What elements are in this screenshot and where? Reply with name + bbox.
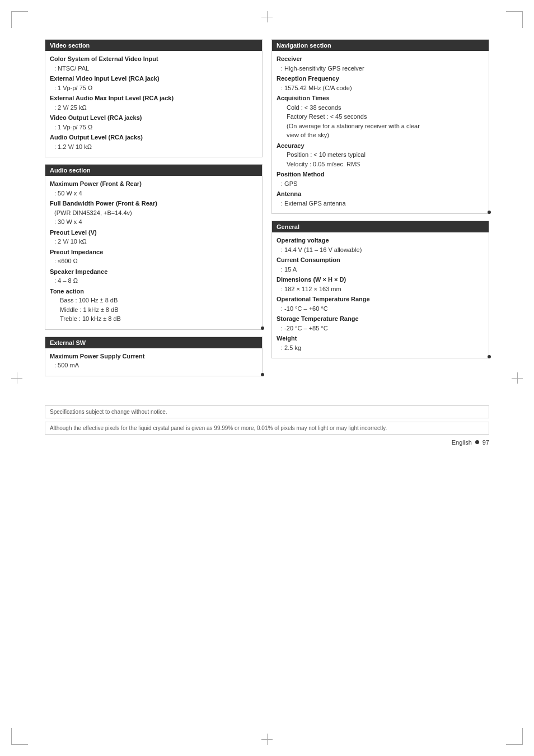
corner-mark-bl (11, 728, 28, 745)
spec-audio-output-level: Audio Output Level (RCA jacks) : 1.2 V/ … (50, 133, 257, 151)
spec-audio-max-input: External Audio Max Input Level (RCA jack… (50, 94, 257, 112)
spec-max-power-supply: Maximum Power Supply Current : 500 mA (50, 352, 257, 370)
spec-audio-output-level-value: : 1.2 V/ 10 kΩ (50, 142, 257, 152)
navigation-section-header: Navigation section (272, 40, 489, 51)
spec-operating-voltage: Operating voltage : 14.4 V (11 – 16 V al… (277, 236, 484, 254)
spec-accuracy-title: Accuracy (277, 141, 484, 151)
spec-dimensions-value: : 182 × 112 × 163 mm (277, 284, 484, 294)
spec-video-output-level: Video Output Level (RCA jacks) : 1 Vp-p/… (50, 113, 257, 132)
spec-receiver-title: Receiver (277, 54, 484, 64)
spec-acquisition-note2: view of the sky) (277, 130, 484, 140)
spec-current-consumption: Current Consumption : 15 A (277, 255, 484, 274)
video-section-header: Video section (45, 40, 262, 51)
spec-video-output-level-title: Video Output Level (RCA jacks) (50, 113, 257, 123)
external-sw-section-wrapper: External SW Maximum Power Supply Current… (45, 337, 263, 383)
external-sw-section-body: Maximum Power Supply Current : 500 mA (45, 348, 262, 376)
spec-storage-temp-value: : -20 °C – +85 °C (277, 324, 484, 333)
navigation-section: Navigation section Receiver : High-sensi… (271, 39, 489, 214)
spec-full-bandwidth-value: : 30 W x 4 (50, 217, 257, 227)
spec-operational-temp-value: : -10 °C – +60 °C (277, 304, 484, 314)
external-sw-section: External SW Maximum Power Supply Current… (45, 337, 263, 376)
spec-tone-action-treble: Treble : 10 kHz ± 8 dB (50, 314, 257, 324)
spec-preout-impedance: Preout Impedance : ≤600 Ω (50, 248, 257, 266)
footer-area: Specifications subject to change without… (45, 405, 489, 446)
page-number-label: 97 (483, 439, 489, 446)
spec-speaker-impedance-value: : 4 – 8 Ω (50, 276, 257, 286)
corner-mark-br (506, 728, 523, 745)
corner-mark-tl (11, 11, 28, 28)
spec-preout-level-value: : 2 V/ 10 kΩ (50, 237, 257, 246)
spec-weight-value: : 2.5 kg (277, 343, 484, 353)
spec-max-power-title: Maximum Power (Front & Rear) (50, 179, 257, 189)
spec-receiver-value: : High-sensitivity GPS receiver (277, 64, 484, 73)
spec-full-bandwidth-subtitle: (PWR DIN45324, +B=14.4v) (50, 208, 257, 218)
spec-operational-temp-title: Operational Temperature Range (277, 295, 484, 304)
spec-video-input-level: External Video Input Level (RCA jack) : … (50, 74, 257, 92)
language-label: English (452, 439, 472, 446)
spec-preout-level-title: Preout Level (V) (50, 228, 257, 237)
video-section: Video section Color System of External V… (45, 39, 263, 157)
video-section-body: Color System of External Video Input : N… (45, 51, 262, 157)
audio-section-wrapper: Audio section Maximum Power (Front & Rea… (45, 164, 263, 337)
spec-video-input-level-value: : 1 Vp-p/ 75 Ω (50, 83, 257, 93)
spec-operating-voltage-value: : 14.4 V (11 – 16 V allowable) (277, 245, 484, 255)
spec-audio-max-input-value: : 2 V/ 25 kΩ (50, 103, 257, 113)
spec-storage-temp: Storage Temperature Range : -20 °C – +85… (277, 314, 484, 333)
spec-operational-temp: Operational Temperature Range : -10 °C –… (277, 295, 484, 313)
crosshair-top (261, 11, 273, 22)
spec-full-bandwidth-title: Full Bandwidth Power (Front & Rear) (50, 199, 257, 208)
spec-color-system: Color System of External Video Input : N… (50, 54, 257, 73)
spec-tone-action-middle: Middle : 1 kHz ± 8 dB (50, 305, 257, 315)
spec-acquisition-times-title: Acquisition Times (277, 94, 484, 103)
spec-audio-output-level-title: Audio Output Level (RCA jacks) (50, 133, 257, 142)
general-section-header: General (272, 221, 489, 232)
spec-acquisition-factory: Factory Reset : < 45 seconds (277, 112, 484, 122)
spec-acquisition-note1: (On average for a stationary receiver wi… (277, 122, 484, 131)
navigation-section-wrapper: Navigation section Receiver : High-sensi… (271, 39, 489, 221)
spec-position-method: Position Method : GPS (277, 170, 484, 188)
spec-tone-action-title: Tone action (50, 287, 257, 296)
bullet-dot-general (488, 355, 491, 358)
spec-current-consumption-value: : 15 A (277, 265, 484, 274)
video-section-wrapper: Video section Color System of External V… (45, 39, 263, 164)
spec-accuracy-position: Position : < 10 meters typical (277, 150, 484, 160)
spec-reception-freq-value: : 1575.42 MHz (C/A code) (277, 83, 484, 93)
right-column: Navigation section Receiver : High-sensi… (271, 39, 489, 383)
spec-color-system-title: Color System of External Video Input (50, 54, 257, 64)
spec-max-power-supply-title: Maximum Power Supply Current (50, 352, 257, 361)
general-section-body: Operating voltage : 14.4 V (11 – 16 V al… (272, 232, 489, 358)
spec-weight-title: Weight (277, 334, 484, 343)
spec-antenna-value: : External GPS antenna (277, 199, 484, 208)
external-sw-section-header: External SW (45, 337, 262, 348)
crosshair-bottom (261, 734, 273, 745)
spec-antenna-title: Antenna (277, 189, 484, 199)
audio-section-body: Maximum Power (Front & Rear) : 50 W x 4 … (45, 176, 262, 329)
spec-weight: Weight : 2.5 kg (277, 334, 484, 352)
page-number-area: English 97 (45, 439, 489, 446)
general-section-wrapper: General Operating voltage : 14.4 V (11 –… (271, 221, 489, 365)
crosshair-left (11, 372, 22, 384)
spec-max-power: Maximum Power (Front & Rear) : 50 W x 4 (50, 179, 257, 198)
spec-dimensions: DImensions (W × H × D) : 182 × 112 × 163… (277, 275, 484, 293)
page: Video section Color System of External V… (0, 0, 534, 756)
audio-section: Audio section Maximum Power (Front & Rea… (45, 164, 263, 330)
crosshair-right (512, 372, 523, 384)
spec-reception-freq: Reception Frequency : 1575.42 MHz (C/A c… (277, 74, 484, 92)
spec-accuracy-velocity: Velocity : 0.05 m/sec. RMS (277, 160, 484, 169)
spec-preout-impedance-title: Preout Impedance (50, 248, 257, 257)
content-area: Video section Color System of External V… (45, 39, 489, 383)
spec-video-output-level-value: : 1 Vp-p/ 75 Ω (50, 123, 257, 132)
spec-speaker-impedance-title: Speaker Impedance (50, 267, 257, 277)
left-column: Video section Color System of External V… (45, 39, 263, 383)
spec-storage-temp-title: Storage Temperature Range (277, 314, 484, 324)
footer-note-2: Although the effective pixels for the li… (45, 422, 489, 435)
spec-antenna: Antenna : External GPS antenna (277, 189, 484, 208)
page-number-dot (475, 440, 479, 444)
spec-video-input-level-title: External Video Input Level (RCA jack) (50, 74, 257, 83)
spec-acquisition-cold: Cold : < 38 seconds (277, 103, 484, 113)
spec-full-bandwidth: Full Bandwidth Power (Front & Rear) (PWR… (50, 199, 257, 227)
audio-section-header: Audio section (45, 165, 262, 176)
general-section: General Operating voltage : 14.4 V (11 –… (271, 221, 489, 358)
spec-current-consumption-title: Current Consumption (277, 255, 484, 265)
spec-accuracy: Accuracy Position : < 10 meters typical … (277, 141, 484, 169)
